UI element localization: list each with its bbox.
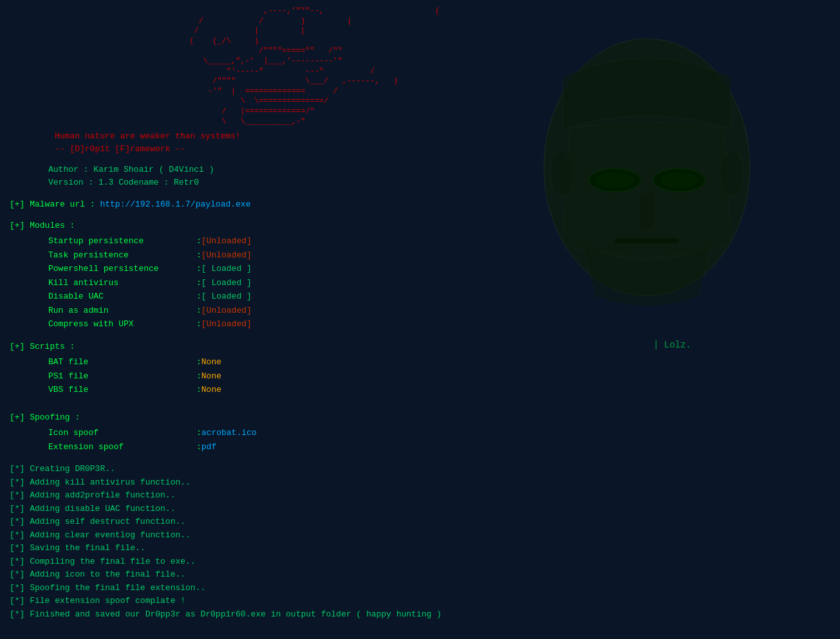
spoofing-header: [+] Spoofing : bbox=[10, 411, 830, 424]
module-item: Run as admin: [Unloaded] bbox=[48, 304, 830, 317]
module-status: [ Loaded ] bbox=[201, 263, 252, 275]
malware-url-section: [+] Malware url : http://192.168.1.7/pay… bbox=[10, 198, 830, 211]
module-item: Compress with UPX: [Unloaded] bbox=[48, 318, 830, 331]
spoof-colon: : bbox=[196, 441, 201, 454]
malware-url-label: [+] Malware url : bbox=[10, 199, 95, 209]
modules-header: [+] Modules : bbox=[10, 219, 830, 232]
module-name: Disable UAC bbox=[48, 290, 196, 303]
module-name: Kill antivirus bbox=[48, 277, 196, 290]
log-line: [*] Adding self destruct function.. bbox=[10, 515, 830, 528]
module-colon: : bbox=[196, 277, 201, 290]
spoof-item: Icon spoof: acrobat.ico bbox=[48, 427, 830, 440]
script-name: VBS file bbox=[48, 384, 196, 396]
log-line: [*] Saving the final file.. bbox=[10, 542, 830, 555]
ascii-art: ,----,'"""--, ( / / ) | / | | ( (_/\ ) /… bbox=[10, 6, 830, 127]
module-item: Disable UAC: [ Loaded ] bbox=[48, 290, 830, 303]
script-name: BAT file bbox=[48, 356, 196, 369]
author-section: Author : Karim Shoair ( D4Vinci ) Versio… bbox=[10, 163, 830, 189]
modules-list: Startup persistence: [Unloaded]Task pers… bbox=[10, 235, 830, 331]
script-value: None bbox=[201, 356, 221, 369]
script-value: None bbox=[201, 370, 221, 383]
terminal-window: | Lolz. ,----,'"""--, ( / / ) | / | | ( … bbox=[0, 0, 840, 639]
module-status: [ Loaded ] bbox=[201, 290, 252, 303]
log-line: [*] Adding add2profile function.. bbox=[10, 489, 830, 502]
module-name: Task persistence bbox=[48, 249, 196, 262]
script-colon: : bbox=[196, 384, 201, 396]
terminal-content: ,----,'"""--, ( / / ) | / | | ( (_/\ ) /… bbox=[10, 6, 830, 620]
log-line: [*] Adding clear eventlog function.. bbox=[10, 529, 830, 542]
scripts-header: [+] Scripts : bbox=[10, 340, 830, 353]
log-line: [*] Adding disable UAC function.. bbox=[10, 503, 830, 515]
script-value: None bbox=[201, 384, 221, 396]
module-item: Task persistence: [Unloaded] bbox=[48, 249, 830, 262]
module-colon: : bbox=[196, 235, 201, 248]
module-name: Run as admin bbox=[48, 304, 196, 317]
module-status: [Unloaded] bbox=[201, 318, 252, 331]
log-line: [*] File extension spoof complate ! bbox=[10, 595, 830, 607]
version-line: Version : 1.3 Codename : Retr0 bbox=[48, 176, 830, 189]
tagline: Human nature are weaker than systems! --… bbox=[10, 130, 830, 155]
script-item: PS1 file: None bbox=[48, 370, 830, 383]
scripts-list: BAT file: NonePS1 file: NoneVBS file: No… bbox=[10, 356, 830, 396]
spoof-item: Extension spoof: pdf bbox=[48, 441, 830, 454]
log-line: [*] Spoofing the final file extension.. bbox=[10, 582, 830, 595]
author-line: Author : Karim Shoair ( D4Vinci ) bbox=[48, 163, 830, 176]
log-line: [*] Adding kill antivirus function.. bbox=[10, 476, 830, 489]
script-item: VBS file: None bbox=[48, 384, 830, 396]
tagline-2: -- [D]r0p1t [F]ramework -- bbox=[55, 143, 830, 156]
script-name: PS1 file bbox=[48, 370, 196, 383]
module-item: Kill antivirus: [ Loaded ] bbox=[48, 277, 830, 290]
module-status: [Unloaded] bbox=[201, 235, 252, 248]
spoof-name: Extension spoof bbox=[48, 441, 196, 454]
script-colon: : bbox=[196, 356, 201, 369]
module-status: [Unloaded] bbox=[201, 249, 252, 262]
scripts-header-text: [+] Scripts : bbox=[10, 342, 75, 351]
script-colon: : bbox=[196, 370, 201, 383]
log-line: [*] Compiling the final file to exe.. bbox=[10, 555, 830, 568]
spoof-name: Icon spoof bbox=[48, 427, 196, 440]
log-line: [*] Creating DR0P3R.. bbox=[10, 463, 830, 476]
spoof-value: pdf bbox=[201, 441, 216, 454]
module-colon: : bbox=[196, 318, 201, 331]
malware-url-value: http://192.168.1.7/payload.exe bbox=[100, 199, 250, 209]
module-colon: : bbox=[196, 263, 201, 275]
modules-header-text: [+] Modules : bbox=[10, 221, 75, 230]
module-colon: : bbox=[196, 290, 201, 303]
spoofing-header-text: [+] Spoofing : bbox=[10, 412, 80, 422]
spoof-colon: : bbox=[196, 427, 201, 440]
module-item: Powershell persistence: [ Loaded ] bbox=[48, 263, 830, 275]
log-line: [*] Adding icon to the final file.. bbox=[10, 568, 830, 581]
log-line: [*] Finished and saved our Dr0pp3r as Dr… bbox=[10, 608, 830, 621]
module-name: Compress with UPX bbox=[48, 318, 196, 331]
module-item: Startup persistence: [Unloaded] bbox=[48, 235, 830, 248]
module-name: Startup persistence bbox=[48, 235, 196, 248]
spoof-value: acrobat.ico bbox=[201, 427, 257, 440]
log-container: [*] Creating DR0P3R..[*] Adding kill ant… bbox=[10, 463, 830, 620]
module-colon: : bbox=[196, 249, 201, 262]
module-status: [ Loaded ] bbox=[201, 277, 252, 290]
module-colon: : bbox=[196, 304, 201, 317]
module-name: Powershell persistence bbox=[48, 263, 196, 275]
spoofing-list: Icon spoof: acrobat.icoExtension spoof: … bbox=[10, 427, 830, 453]
module-status: [Unloaded] bbox=[201, 304, 252, 317]
script-item: BAT file: None bbox=[48, 356, 830, 369]
tagline-1: Human nature are weaker than systems! bbox=[55, 130, 830, 143]
